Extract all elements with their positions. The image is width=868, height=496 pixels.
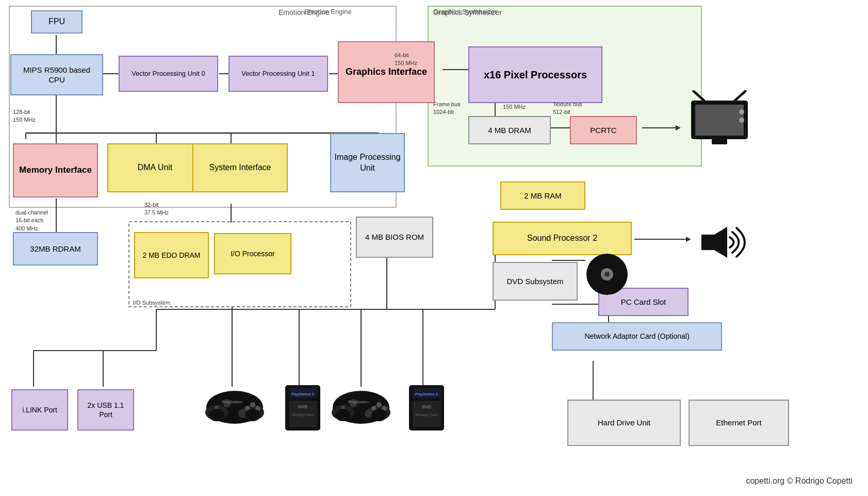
bus-32-label: 32-bit37.5 MHz (144, 201, 169, 217)
svg-point-64 (250, 402, 255, 407)
edo-dram-box: 2 MB EDO DRAM (134, 232, 209, 278)
dma-unit-box: DMA Unit (107, 143, 203, 192)
pixel-processors-box: x16 Pixel Processors (468, 46, 602, 103)
dram-4mb-box: 4 MB DRAM (468, 116, 551, 144)
svg-point-52 (739, 109, 744, 114)
svg-text:PlayStation: PlayStation (222, 400, 242, 404)
svg-point-91 (371, 409, 387, 421)
svg-marker-54 (701, 227, 727, 258)
svg-text:8MB: 8MB (298, 404, 308, 409)
memcard2-icon: PlayStation 2 8MB Memory Card (405, 383, 449, 436)
svg-point-53 (739, 118, 744, 123)
image-processing-box: Image Processing Unit (330, 133, 405, 192)
graphics-interface-box: Graphics Interface (338, 41, 435, 103)
svg-text:Memory Card: Memory Card (292, 413, 314, 417)
pcrtc-box: PCRTC (570, 116, 637, 144)
ilink-port-box: i.LINK Port (11, 389, 68, 431)
controller1-icon: PlayStation (201, 376, 268, 430)
system-interface-box: System Interface (192, 143, 288, 192)
bus-dual-label: dual-channel16-bit each400 MHz (15, 209, 48, 233)
svg-point-90 (335, 409, 351, 421)
bus-64-label: 64-bit150 MHz (395, 52, 417, 68)
rdram-box: 32MB RDRAM (13, 232, 98, 266)
ethernet-port-box: Ethernet Port (689, 400, 789, 446)
fpu-box: FPU (31, 10, 83, 34)
mips-cpu-box: MIPS R5900 based CPU (10, 54, 103, 95)
vpu0-box: Vector Processing Unit 0 (119, 56, 218, 92)
network-adaptor-box: Network Adaptor Card (Optional) (552, 322, 722, 351)
svg-point-71 (245, 409, 260, 421)
svg-text:PlayStation 2: PlayStation 2 (415, 392, 438, 396)
freq-150-label: 150 MHz (503, 103, 526, 111)
tv-icon (686, 90, 753, 158)
svg-point-84 (376, 402, 382, 407)
svg-rect-51 (712, 139, 727, 144)
svg-point-70 (209, 409, 224, 421)
frame-bus-label: Frame bus1024-bit (433, 101, 461, 117)
svg-rect-48 (695, 105, 744, 136)
diagram: Emotion Engine Graphics Synthesizer FPU … (0, 0, 868, 496)
svg-line-50 (735, 91, 745, 101)
ee-label: Emotion Engine (279, 8, 330, 16)
controller2-icon: PlayStation (327, 376, 395, 430)
sound-processor-box: Sound Processor 2 (493, 222, 632, 255)
vpu1-box: Vector Processing Unit 1 (228, 56, 328, 92)
copyright-text: copetti.org © Rodrigo Copetti (746, 476, 853, 486)
dvd-subsystem-box: DVD Subsystem (493, 262, 578, 301)
svg-text:PlayStation 2: PlayStation 2 (291, 392, 314, 396)
gs-label: Graphics Synthesizer (433, 8, 502, 16)
usb-port-box: 2x USB 1.1 Port (77, 389, 134, 431)
svg-text:8MB: 8MB (422, 404, 432, 409)
bios-rom-box: 4 MB BIOS ROM (356, 217, 433, 258)
svg-text:Memory Card: Memory Card (416, 413, 438, 417)
ram-2mb-box: 2 MB RAM (500, 181, 585, 210)
svg-point-57 (604, 272, 610, 277)
hard-drive-box: Hard Drive Unit (567, 400, 681, 446)
disc-icon (585, 253, 629, 299)
svg-line-49 (694, 91, 704, 101)
memory-interface-box: Memory Interface (13, 143, 98, 197)
bus-128-label: 128-bit150 MHz (13, 108, 36, 124)
svg-marker-37 (676, 125, 681, 130)
svg-marker-39 (686, 237, 691, 242)
svg-text:PlayStation: PlayStation (348, 400, 369, 404)
io-processor-box: I/O Processor (214, 233, 291, 274)
memcard1-icon: PlayStation 2 8MB Memory Card (281, 383, 325, 436)
speaker-icon (696, 222, 758, 265)
texture-bus-label: Texture bus512-bit (553, 101, 582, 117)
io-subsystem-label: I/O Subsystem (133, 299, 170, 307)
